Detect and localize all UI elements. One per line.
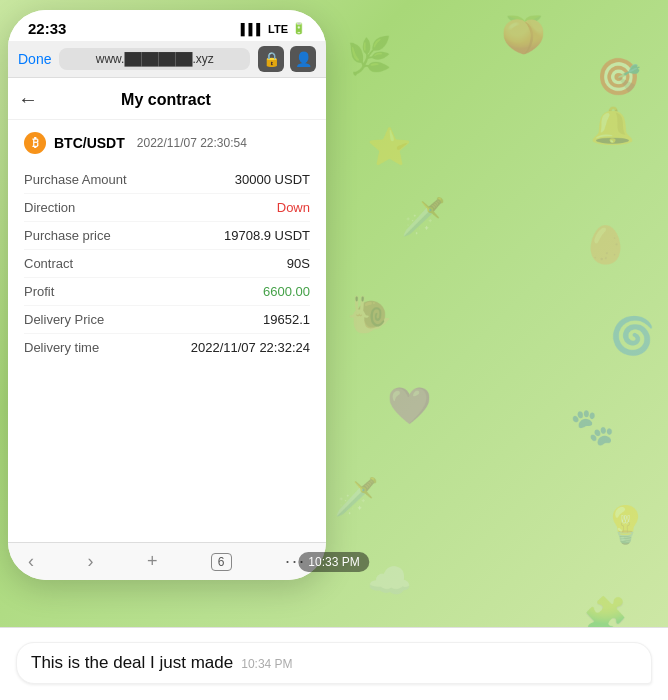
contract-timestamp: 2022/11/07 22:30:54 xyxy=(137,136,247,150)
message-timestamp-bubble: 10:33 PM xyxy=(298,552,369,572)
status-bar: 22:33 ▌▌▌ LTE 🔋 xyxy=(8,10,326,41)
url-bar[interactable]: www.████████.xyz xyxy=(59,48,250,70)
value-delivery-price: 19652.1 xyxy=(263,312,310,327)
done-button[interactable]: Done xyxy=(18,51,51,67)
url-text: www.████████.xyz xyxy=(96,52,214,66)
value-purchase-price: 19708.9 USDT xyxy=(224,228,310,243)
security-icon[interactable]: 🔒 xyxy=(258,46,284,72)
row-delivery-price: Delivery Price 19652.1 xyxy=(24,306,310,334)
label-contract: Contract xyxy=(24,256,73,271)
row-delivery-time: Delivery time 2022/11/07 22:32:24 xyxy=(24,334,310,361)
value-purchase-amount: 30000 USDT xyxy=(235,172,310,187)
label-direction: Direction xyxy=(24,200,75,215)
value-profit: 6600.00 xyxy=(263,284,310,299)
value-direction: Down xyxy=(277,200,310,215)
message-time: 10:34 PM xyxy=(241,657,292,671)
battery-icon: 🔋 xyxy=(292,22,306,35)
label-purchase-price: Purchase price xyxy=(24,228,111,243)
forward-nav-button[interactable]: › xyxy=(87,551,93,572)
browser-bottom-bar: ‹ › + 6 ··· xyxy=(8,542,326,580)
phone-mockup: 22:33 ▌▌▌ LTE 🔋 Done www.████████.xyz 🔒 … xyxy=(8,10,326,580)
coin-header: ₿ BTC/USDT 2022/11/07 22:30:54 xyxy=(24,132,310,154)
row-purchase-amount: Purchase Amount 30000 USDT xyxy=(24,166,310,194)
tab-count[interactable]: 6 xyxy=(211,553,232,571)
app-content: ← My contract ₿ BTC/USDT 2022/11/07 22:3… xyxy=(8,78,326,542)
app-header: ← My contract xyxy=(8,78,326,120)
message-text: This is the deal I just made xyxy=(31,653,233,673)
back-button[interactable]: ← xyxy=(18,88,38,111)
chat-message-area: This is the deal I just made 10:34 PM xyxy=(0,627,668,700)
row-profit: Profit 6600.00 xyxy=(24,278,310,306)
status-time: 22:33 xyxy=(28,20,66,37)
label-profit: Profit xyxy=(24,284,54,299)
signal-icon: ▌▌▌ xyxy=(241,23,264,35)
label-delivery-price: Delivery Price xyxy=(24,312,104,327)
browser-bar: Done www.████████.xyz 🔒 👤 xyxy=(8,41,326,78)
add-tab-button[interactable]: + xyxy=(147,551,158,572)
network-type: LTE xyxy=(268,23,288,35)
message-bubble: This is the deal I just made 10:34 PM xyxy=(16,642,652,684)
value-contract: 90S xyxy=(287,256,310,271)
row-contract: Contract 90S xyxy=(24,250,310,278)
coin-icon: ₿ xyxy=(24,132,46,154)
browser-icons: 🔒 👤 xyxy=(258,46,316,72)
label-purchase-amount: Purchase Amount xyxy=(24,172,127,187)
row-purchase-price: Purchase price 19708.9 USDT xyxy=(24,222,310,250)
status-icons: ▌▌▌ LTE 🔋 xyxy=(241,22,306,35)
value-delivery-time: 2022/11/07 22:32:24 xyxy=(191,340,310,355)
profile-icon[interactable]: 👤 xyxy=(290,46,316,72)
page-title: My contract xyxy=(46,91,286,109)
back-nav-button[interactable]: ‹ xyxy=(28,551,34,572)
coin-name: BTC/USDT xyxy=(54,135,125,151)
label-delivery-time: Delivery time xyxy=(24,340,99,355)
contract-card: ₿ BTC/USDT 2022/11/07 22:30:54 Purchase … xyxy=(8,120,326,373)
row-direction: Direction Down xyxy=(24,194,310,222)
